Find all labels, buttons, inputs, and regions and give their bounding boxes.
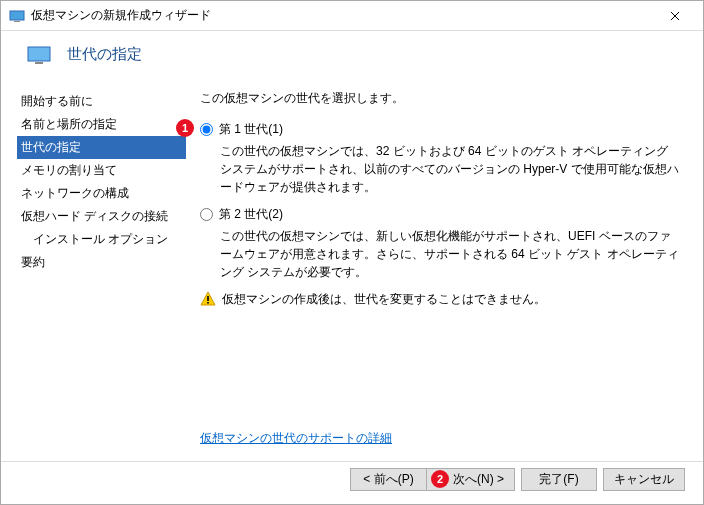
step-summary[interactable]: 要約 — [17, 251, 186, 274]
footer-buttons: < 前へ(P) 2 次へ(N) > 完了(F) キャンセル — [1, 454, 703, 504]
gen2-description: この世代の仮想マシンでは、新しい仮想化機能がサポートされ、UEFI ベースのファ… — [200, 227, 681, 281]
instruction-text: この仮想マシンの世代を選択します。 — [200, 90, 681, 107]
main-panel: この仮想マシンの世代を選択します。 1 第 1 世代(1) この世代の仮想マシン… — [186, 82, 703, 461]
warning-icon — [200, 291, 216, 307]
header-icon — [27, 46, 51, 64]
wizard-window: 仮想マシンの新規作成ウィザード 世代の指定 開始する前に 名前と場所の指定 世代… — [0, 0, 704, 505]
step-before-begin[interactable]: 開始する前に — [17, 90, 186, 113]
close-icon — [670, 11, 680, 21]
window-title: 仮想マシンの新規作成ウィザード — [31, 7, 655, 24]
step-memory[interactable]: メモリの割り当て — [17, 159, 186, 182]
page-header: 世代の指定 — [1, 31, 703, 82]
svg-rect-2 — [28, 47, 50, 61]
generation-2-option: 第 2 世代(2) この世代の仮想マシンでは、新しい仮想化機能がサポートされ、U… — [200, 206, 681, 281]
warning-row: 仮想マシンの作成後は、世代を変更することはできません。 — [200, 291, 681, 308]
wizard-steps-sidebar: 開始する前に 名前と場所の指定 世代の指定 メモリの割り当て ネットワークの構成… — [1, 82, 186, 461]
step-vhd[interactable]: 仮想ハード ディスクの接続 — [17, 205, 186, 228]
next-button[interactable]: 2 次へ(N) > — [426, 468, 515, 491]
generation-1-option: 1 第 1 世代(1) この世代の仮想マシンでは、32 ビットおよび 64 ビッ… — [200, 121, 681, 196]
step-network[interactable]: ネットワークの構成 — [17, 182, 186, 205]
svg-rect-5 — [207, 302, 209, 304]
gen1-label[interactable]: 第 1 世代(1) — [219, 121, 283, 138]
nav-button-group: < 前へ(P) 2 次へ(N) > — [350, 468, 515, 491]
svg-rect-4 — [207, 296, 209, 301]
gen1-description: この世代の仮想マシンでは、32 ビットおよび 64 ビットのゲスト オペレーティ… — [200, 142, 681, 196]
generation-support-link[interactable]: 仮想マシンの世代のサポートの詳細 — [200, 430, 392, 447]
svg-rect-3 — [35, 62, 43, 64]
close-button[interactable] — [655, 2, 695, 30]
step-generation[interactable]: 世代の指定 — [17, 136, 186, 159]
gen2-label[interactable]: 第 2 世代(2) — [219, 206, 283, 223]
annotation-badge-1: 1 — [176, 119, 194, 137]
step-install-options[interactable]: インストール オプション — [17, 228, 186, 251]
content-area: 開始する前に 名前と場所の指定 世代の指定 メモリの割り当て ネットワークの構成… — [1, 82, 703, 462]
cancel-button[interactable]: キャンセル — [603, 468, 685, 491]
finish-button[interactable]: 完了(F) — [521, 468, 597, 491]
app-icon — [9, 8, 25, 24]
page-title: 世代の指定 — [67, 45, 142, 64]
svg-rect-1 — [14, 21, 20, 22]
svg-rect-0 — [10, 11, 24, 20]
gen2-radio[interactable] — [200, 208, 213, 221]
step-name-location[interactable]: 名前と場所の指定 — [17, 113, 186, 136]
warning-text: 仮想マシンの作成後は、世代を変更することはできません。 — [222, 291, 546, 308]
gen1-radio[interactable] — [200, 123, 213, 136]
annotation-badge-2: 2 — [431, 470, 449, 488]
previous-button[interactable]: < 前へ(P) — [350, 468, 426, 491]
next-button-label: 次へ(N) > — [453, 471, 504, 488]
titlebar: 仮想マシンの新規作成ウィザード — [1, 1, 703, 31]
